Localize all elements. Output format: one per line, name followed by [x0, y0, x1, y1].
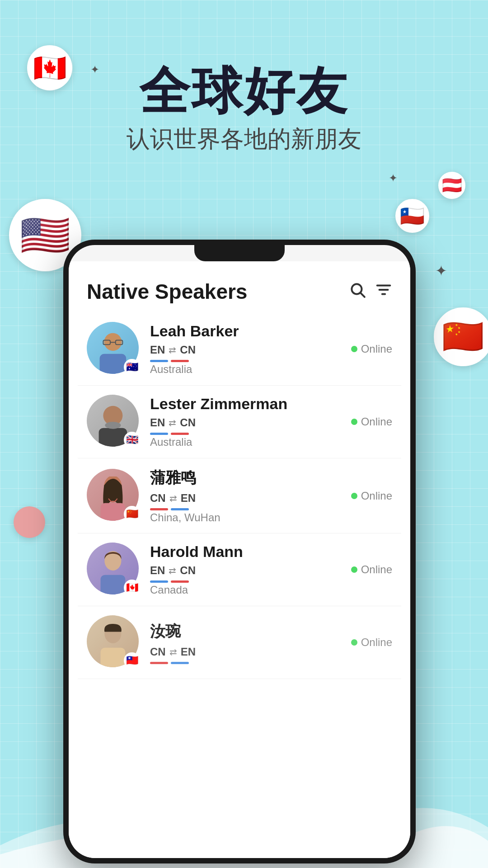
list-item[interactable]: 🇹🇼 汝琬 CN ⇄ EN	[78, 606, 401, 679]
lang-bar-cn	[171, 580, 189, 583]
online-dot	[351, 419, 357, 425]
lang-bar-cn	[150, 662, 168, 664]
avatar-container: 🇨🇦	[87, 542, 141, 597]
user-flag: 🇬🇧	[124, 432, 140, 448]
user-list: 🇦🇺 Leah Barker EN ⇄ CN	[69, 313, 410, 679]
flag-chile: 🇨🇱	[395, 199, 429, 233]
user-name: 蒲雅鸣	[150, 467, 351, 488]
lang-bar-en	[150, 360, 168, 362]
list-item[interactable]: 🇨🇳 蒲雅鸣 CN ⇄ EN	[78, 458, 401, 533]
user-info: Lester Zimmerman EN ⇄ CN Australia	[150, 395, 351, 448]
phone-screen: Native Speakers	[69, 245, 410, 858]
online-dot	[351, 493, 357, 499]
app-screen-title: Native Speakers	[87, 279, 247, 304]
svg-rect-6	[99, 354, 126, 374]
user-flag: 🇨🇳	[124, 506, 140, 522]
sparkle-decoration-2: ✦	[389, 172, 398, 184]
online-status: Online	[351, 636, 392, 649]
lang-from: CN	[150, 492, 166, 505]
list-item[interactable]: 🇦🇺 Leah Barker EN ⇄ CN	[78, 313, 401, 386]
filter-icon[interactable]	[375, 281, 392, 302]
online-status: Online	[351, 415, 392, 428]
svg-rect-11	[99, 428, 127, 447]
lang-to: EN	[181, 646, 196, 658]
lang-bar-en	[171, 662, 189, 664]
svg-line-1	[361, 293, 365, 297]
user-name: Leah Barker	[150, 322, 351, 340]
online-label: Online	[361, 636, 392, 649]
user-flag: 🇹🇼	[124, 652, 140, 669]
svg-rect-14	[100, 503, 125, 520]
list-item[interactable]: 🇬🇧 Lester Zimmerman EN ⇄ CN	[78, 386, 401, 458]
avatar-container: 🇨🇳	[87, 469, 141, 523]
user-info: 蒲雅鸣 CN ⇄ EN China, WuHan	[150, 467, 351, 524]
lang-row: EN ⇄ CN	[150, 564, 351, 577]
app-content: Native Speakers	[69, 261, 410, 858]
svg-point-12	[105, 422, 121, 429]
avatar-container: 🇬🇧	[87, 395, 141, 449]
app-header: Native Speakers	[69, 261, 410, 313]
phone-frame: Native Speakers	[63, 240, 416, 863]
lang-bar-cn	[171, 433, 189, 435]
title-section: 全球好友 认识世界各地的新朋友	[0, 63, 488, 155]
user-name: 汝琬	[150, 621, 351, 642]
online-label: Online	[361, 415, 392, 428]
online-label: Online	[361, 563, 392, 576]
svg-rect-16	[100, 575, 125, 594]
user-location: Australia	[150, 436, 351, 448]
user-name: Lester Zimmerman	[150, 395, 351, 413]
user-location: Canada	[150, 584, 351, 596]
decorative-pink-circle	[14, 506, 45, 538]
online-dot	[351, 346, 357, 352]
sub-title: 认识世界各地的新朋友	[0, 123, 488, 155]
lang-exchange-icon: ⇄	[169, 493, 177, 504]
online-dot	[351, 639, 357, 646]
lang-row: EN ⇄ CN	[150, 344, 351, 356]
lang-exchange-icon: ⇄	[169, 344, 176, 355]
user-info: Harold Mann EN ⇄ CN Canada	[150, 543, 351, 596]
lang-from: EN	[150, 416, 165, 429]
svg-point-5	[104, 333, 122, 351]
user-info: Leah Barker EN ⇄ CN Australia	[150, 322, 351, 376]
avatar-container: 🇹🇼	[87, 615, 141, 670]
main-title: 全球好友	[0, 63, 488, 119]
lang-exchange-icon: ⇄	[169, 565, 176, 576]
lang-from: EN	[150, 564, 165, 577]
online-label: Online	[361, 343, 392, 355]
avatar-container: 🇦🇺	[87, 322, 141, 376]
lang-exchange-icon: ⇄	[169, 417, 176, 428]
user-location: China, WuHan	[150, 511, 351, 524]
header-icons	[349, 281, 392, 302]
online-status: Online	[351, 343, 392, 355]
lang-row: CN ⇄ EN	[150, 646, 351, 658]
lang-from: CN	[150, 646, 166, 658]
user-flag: 🇨🇦	[124, 580, 140, 596]
online-label: Online	[361, 490, 392, 502]
lang-bar-cn	[171, 360, 189, 362]
lang-to: CN	[180, 344, 196, 356]
flag-austria: 🇦🇹	[438, 172, 465, 199]
lang-to: CN	[180, 416, 196, 429]
lang-bar-en	[150, 433, 168, 435]
lang-from: EN	[150, 344, 165, 356]
search-icon[interactable]	[349, 281, 366, 302]
lang-to: CN	[180, 564, 196, 577]
user-info: 汝琬 CN ⇄ EN	[150, 621, 351, 664]
user-flag: 🇦🇺	[124, 359, 140, 375]
user-location: Australia	[150, 363, 351, 376]
lang-bar-cn	[150, 508, 168, 510]
online-dot	[351, 566, 357, 573]
user-name: Harold Mann	[150, 543, 351, 561]
lang-bar-en	[171, 508, 189, 510]
lang-row: CN ⇄ EN	[150, 492, 351, 505]
online-status: Online	[351, 563, 392, 576]
lang-to: EN	[181, 492, 196, 505]
lang-bar-en	[150, 580, 168, 583]
lang-row: EN ⇄ CN	[150, 416, 351, 429]
online-status: Online	[351, 490, 392, 502]
phone-container: Native Speakers	[63, 240, 488, 868]
lang-exchange-icon: ⇄	[169, 646, 177, 657]
svg-rect-18	[100, 648, 125, 667]
list-item[interactable]: 🇨🇦 Harold Mann EN ⇄ CN	[78, 533, 401, 606]
phone-notch	[194, 245, 285, 261]
